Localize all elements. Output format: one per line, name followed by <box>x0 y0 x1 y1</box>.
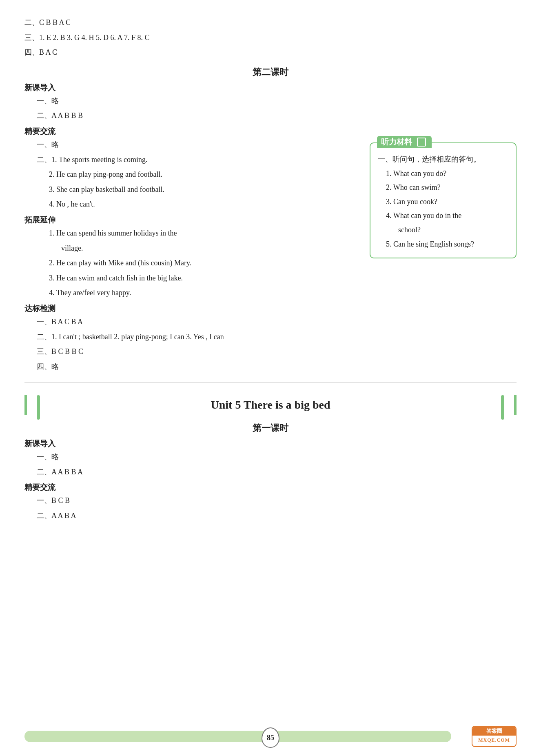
listening-item1: 1. What can you do? <box>386 167 508 180</box>
xinkeDaoru2-title: 新课导入 <box>24 438 517 449</box>
top-line3: 四、B A C <box>24 46 517 59</box>
unit-title: Unit 5 There is a big bed <box>24 395 517 415</box>
xinkeDaoru-title: 新课导入 <box>24 82 517 93</box>
divider <box>24 382 517 383</box>
top-line1: 二、C B B A C <box>24 16 517 29</box>
xinkeDaoru2-item1: 一、略 <box>37 451 517 463</box>
bottom-green-bar <box>24 731 451 742</box>
listening-item3: 3. Can you cook? <box>386 196 508 208</box>
tuozhan-item1b: village. <box>61 242 357 255</box>
listening-box: 听力材料 一、听问句，选择相应的答句。 1. What can you do? … <box>370 142 517 258</box>
listening-item4: 4. What can you do in the <box>386 209 508 222</box>
jingyaoJiaoLiu2-title: 精要交流 <box>24 482 517 493</box>
section-header-2: 第二课时 <box>24 66 517 78</box>
listening-title: 听力材料 <box>377 136 432 148</box>
jingyao-item3: 2. He can play ping-pong and football. <box>49 168 357 181</box>
jingyao2-item2: 二、A A B A <box>37 509 517 522</box>
logo-top: 答案圈 <box>472 727 516 736</box>
jingyao-item4: 3. She can play basketball and football. <box>49 183 357 196</box>
xinkeDaoru-item2: 二、A A B B B <box>37 109 517 122</box>
page-bottom: 85 答案圈 MXQE.COM <box>0 724 541 749</box>
jingyao2-item1: 一、B C B <box>37 494 517 507</box>
listening-item2: 2. Who can swim? <box>386 181 508 194</box>
dabiao-title: 达标检测 <box>24 303 357 314</box>
listening-intro: 一、听问句，选择相应的答句。 <box>378 153 508 166</box>
section-header-1: 第一课时 <box>24 422 517 434</box>
tuozhan-item3: 3. He can swim and catch fish in the big… <box>49 272 357 285</box>
green-bar-right <box>501 395 504 420</box>
xinkeDaoru2-item2: 二、A A B B A <box>37 466 517 478</box>
jingyao-item5: 4. No , he can't. <box>49 198 357 211</box>
tuozhan-item1: 1. He can spend his summer holidays in t… <box>49 227 357 240</box>
jingyao-item2: 二、1. The sports meeting is coming. <box>37 153 357 166</box>
tuozhan-item2: 2. He can play with Mike and (his cousin… <box>49 257 357 269</box>
jingyao-item1: 一、略 <box>37 138 357 151</box>
listening-label: 听力材料 <box>381 137 412 147</box>
jingyaoJiaoLiu-title: 精要交流 <box>24 126 517 137</box>
dabiao-item1: 一、B A C B A <box>37 316 357 328</box>
logo-bottom: MXQE.COM <box>472 736 516 745</box>
green-bar-left <box>37 395 40 420</box>
listening-item5: 5. Can he sing English songs? <box>386 238 508 251</box>
listening-icon <box>417 138 426 147</box>
xinkeDaoru-item1: 一、略 <box>37 95 517 107</box>
dabiao-item2: 二、1. I can't ; basketball 2. play ping-p… <box>37 331 357 343</box>
dabiao-item4: 四、略 <box>37 360 357 373</box>
listening-item4b: school? <box>398 224 508 236</box>
page-number: 85 <box>262 727 279 748</box>
dabiao-item3: 三、B C B B C <box>37 345 357 358</box>
top-line2: 三、1. E 2. B 3. G 4. H 5. D 6. A 7. F 8. … <box>24 31 517 44</box>
tuozhan-title: 拓展延伸 <box>24 215 357 225</box>
tuozhan-item4: 4. They are/feel very happy. <box>49 287 357 299</box>
logo-box: 答案圈 MXQE.COM <box>472 726 517 747</box>
